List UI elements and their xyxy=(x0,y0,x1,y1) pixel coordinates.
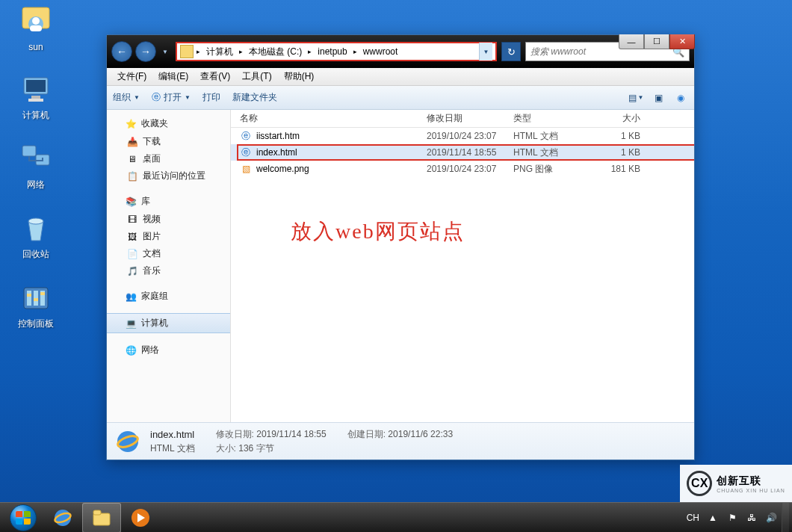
tb-organise[interactable]: 组织 ▼ xyxy=(113,91,140,104)
sidebar-homegroup-label: 家庭组 xyxy=(141,290,168,303)
maximise-button[interactable]: ☐ xyxy=(644,34,669,49)
sidebar-favourites-label: 收藏夹 xyxy=(141,117,168,130)
sidebar-homegroup[interactable]: 👥家庭组 xyxy=(107,287,230,306)
col-name[interactable]: 名称 xyxy=(240,112,427,125)
chevron-right-icon: ▸ xyxy=(306,48,313,55)
sidebar-item-documents[interactable]: 📄文档 xyxy=(107,245,230,262)
sidebar-item-downloads[interactable]: 📥下载 xyxy=(107,133,230,150)
svg-point-2 xyxy=(32,17,40,25)
tb-print-label: 打印 xyxy=(202,91,220,104)
svg-rect-12 xyxy=(27,291,31,306)
view-mode-button[interactable]: ▤▼ xyxy=(628,92,643,104)
help-button[interactable]: ◉ xyxy=(673,92,688,104)
file-size: 1 KB xyxy=(595,147,640,158)
svg-rect-8 xyxy=(22,146,36,156)
details-pane: index.html 修改日期: 2019/11/14 18:55 创建日期: … xyxy=(107,422,694,460)
recent-icon: 📋 xyxy=(126,170,138,182)
menu-edit[interactable]: 编辑(E) xyxy=(154,69,193,84)
file-row[interactable]: ▧ welcome.png 2019/10/24 23:07 PNG 图像 18… xyxy=(231,161,694,177)
file-name: welcome.png xyxy=(256,164,427,174)
sidebar-libraries-label: 库 xyxy=(141,195,150,208)
menu-file[interactable]: 文件(F) xyxy=(113,69,151,84)
desktop-sun[interactable]: sun xyxy=(6,6,66,52)
breadcrumb-seg-3[interactable]: wwwroot xyxy=(360,45,401,58)
start-button[interactable] xyxy=(3,503,43,533)
back-button[interactable]: ← xyxy=(111,41,132,62)
video-icon: 🎞 xyxy=(126,214,138,226)
file-row[interactable]: ⓔ iisstart.htm 2019/10/24 23:07 HTML 文档 … xyxy=(231,128,694,144)
breadcrumb[interactable]: ▸ 计算机 ▸ 本地磁盘 (C:) ▸ inetpub ▸ wwwroot ▼ xyxy=(176,42,497,61)
file-rows: ⓔ iisstart.htm 2019/10/24 23:07 HTML 文档 … xyxy=(231,128,694,422)
tray-up-icon[interactable]: ▲ xyxy=(707,512,719,524)
sidebar-libraries[interactable]: 📚库 xyxy=(107,192,230,211)
toolbar: 组织 ▼ ⓔ 打开 ▼ 打印 新建文件夹 ▤▼ ▣ ◉ xyxy=(107,86,694,110)
recycle-bin-icon xyxy=(19,212,52,245)
tb-organise-label: 组织 xyxy=(113,91,131,104)
refresh-button[interactable]: ↻ xyxy=(501,42,521,61)
breadcrumb-seg-1[interactable]: 本地磁盘 (C:) xyxy=(246,44,305,60)
details-filetype: HTML 文档 xyxy=(150,442,195,455)
sidebar-item-label: 视频 xyxy=(143,213,161,226)
forward-button[interactable]: → xyxy=(135,41,156,62)
sidebar-computer-label: 计算机 xyxy=(141,317,168,330)
action-centre-icon[interactable]: ⚑ xyxy=(726,512,738,524)
close-button[interactable]: ✕ xyxy=(669,34,695,49)
sidebar-computer[interactable]: 💻计算机 xyxy=(107,313,230,333)
sidebar-item-label: 最近访问的位置 xyxy=(143,170,205,182)
desktop-control-label: 控制面板 xyxy=(18,318,54,330)
col-type[interactable]: 类型 xyxy=(513,112,595,125)
taskbar-explorer[interactable] xyxy=(82,503,121,533)
col-size[interactable]: 大小 xyxy=(595,112,640,125)
file-row[interactable]: ⓔ index.html 2019/11/14 18:55 HTML 文档 1 … xyxy=(231,144,694,161)
breadcrumb-seg-2[interactable]: inetpub xyxy=(315,45,350,58)
tb-print[interactable]: 打印 xyxy=(202,91,220,104)
svg-rect-15 xyxy=(27,294,31,297)
folder-icon xyxy=(180,45,194,58)
taskbar-ie[interactable] xyxy=(43,503,82,533)
breadcrumb-seg-0[interactable]: 计算机 xyxy=(203,44,236,60)
tb-open[interactable]: ⓔ 打开 ▼ xyxy=(152,91,191,104)
sidebar-item-pictures[interactable]: 🖼图片 xyxy=(107,228,230,245)
menu-view[interactable]: 查看(V) xyxy=(196,69,235,84)
tb-open-label: 打开 xyxy=(164,91,182,104)
desktop-computer[interactable]: 计算机 xyxy=(6,73,66,122)
watermark: CX 创新互联 CHUANG XIN HU LIAN xyxy=(680,465,792,502)
sidebar-favourites[interactable]: ⭐收藏夹 xyxy=(107,114,230,133)
nav-history-dropdown[interactable]: ▼ xyxy=(159,41,171,62)
taskbar-wmp[interactable] xyxy=(121,503,160,533)
network-icon: 🌐 xyxy=(125,344,137,356)
menu-tools[interactable]: 工具(T) xyxy=(238,69,276,84)
volume-icon[interactable]: 🔊 xyxy=(765,512,777,524)
desktop-network[interactable]: 网络 xyxy=(6,143,66,191)
show-desktop-button[interactable] xyxy=(782,503,789,533)
minimise-button[interactable]: — xyxy=(619,34,644,49)
homegroup-icon: 👥 xyxy=(125,291,137,303)
sidebar-item-recent[interactable]: 📋最近访问的位置 xyxy=(107,167,230,185)
preview-pane-button[interactable]: ▣ xyxy=(651,92,666,104)
col-date[interactable]: 修改日期 xyxy=(427,112,513,125)
network-tray-icon[interactable]: 🖧 xyxy=(746,512,758,524)
annotation-text: 放入web网页站点 xyxy=(291,217,465,246)
network-icon xyxy=(19,143,52,176)
desktop-control-panel[interactable]: 控制面板 xyxy=(6,282,66,330)
breadcrumb-dropdown[interactable]: ▼ xyxy=(479,43,492,61)
sidebar-item-desktop[interactable]: 🖥桌面 xyxy=(107,150,230,167)
svg-rect-17 xyxy=(40,292,45,295)
file-type: PNG 图像 xyxy=(513,163,595,176)
chevron-down-icon: ▼ xyxy=(134,94,140,101)
desktop-recycle-bin[interactable]: 回收站 xyxy=(6,212,66,261)
file-header: 名称 修改日期 类型 大小 xyxy=(231,110,694,128)
windows-logo-icon xyxy=(10,504,37,531)
sidebar-item-music[interactable]: 🎵音乐 xyxy=(107,262,230,279)
sidebar-item-videos[interactable]: 🎞视频 xyxy=(107,211,230,228)
tb-new-folder[interactable]: 新建文件夹 xyxy=(232,91,277,104)
star-icon: ⭐ xyxy=(125,118,137,130)
details-create-value: 2019/11/6 22:33 xyxy=(388,429,453,439)
ime-indicator[interactable]: CH xyxy=(687,513,699,523)
music-icon: 🎵 xyxy=(126,265,138,277)
ie-icon xyxy=(114,428,141,455)
details-size-value: 136 字节 xyxy=(238,443,273,454)
file-type: HTML 文档 xyxy=(513,130,595,143)
sidebar-network[interactable]: 🌐网络 xyxy=(107,341,230,359)
menu-help[interactable]: 帮助(H) xyxy=(279,69,319,84)
